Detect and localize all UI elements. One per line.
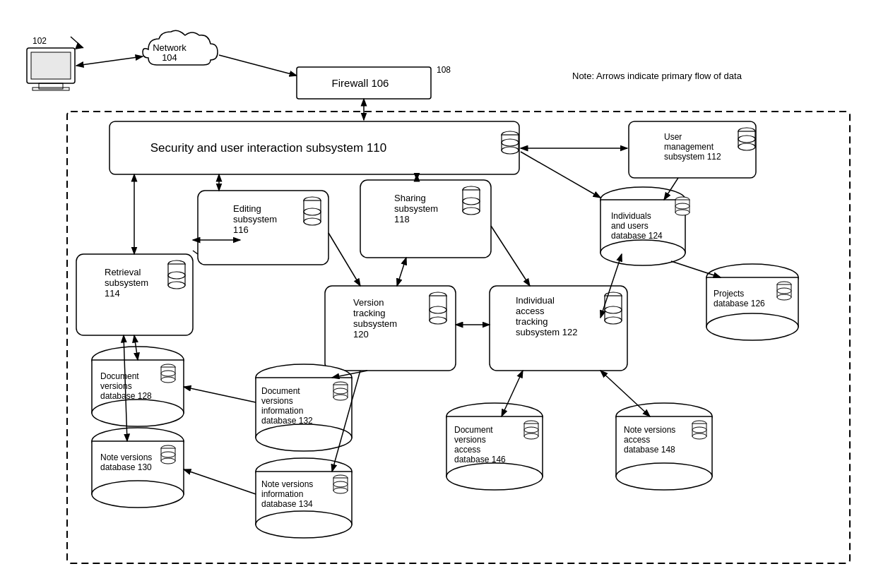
version-tracking-db-icon [430, 292, 446, 324]
svg-point-38 [605, 317, 622, 324]
diagram-container: Note: Arrows indicate primary flow of da… [0, 0, 876, 588]
svg-text:versions: versions [100, 381, 132, 391]
svg-line-127 [491, 226, 530, 286]
svg-rect-2 [39, 83, 63, 89]
label-108: 108 [437, 65, 451, 75]
version-tracking-label-4: 120 [353, 329, 369, 340]
doc-versions-access-db-146: Document versions access database 146 [446, 403, 543, 490]
editing-db-icon [304, 197, 321, 225]
editing-label-1: Editing [233, 203, 261, 214]
svg-text:Note versions: Note versions [261, 479, 313, 489]
svg-text:Document: Document [100, 371, 139, 381]
svg-text:access: access [624, 435, 650, 445]
security-subsystem-label: Security and user interaction subsystem … [150, 141, 387, 155]
svg-line-140 [193, 251, 198, 254]
individual-access-label-4: subsystem 122 [516, 327, 577, 337]
svg-text:and users: and users [611, 221, 649, 231]
svg-point-98 [333, 481, 348, 487]
svg-text:database 132: database 132 [261, 416, 313, 426]
sharing-label-1: Sharing [394, 193, 426, 203]
retrieval-label-1: Retrieval [105, 267, 141, 277]
svg-point-14 [502, 139, 519, 146]
svg-line-134 [184, 469, 256, 494]
svg-text:versions: versions [454, 435, 486, 445]
svg-point-27 [463, 198, 480, 205]
svg-text:Individuals: Individuals [611, 211, 651, 221]
doc-versions-info-db-132: Document versions information database 1… [256, 364, 352, 451]
svg-point-26 [463, 208, 480, 215]
svg-line-8 [76, 56, 143, 66]
computer-label: 102 [32, 36, 47, 46]
svg-point-87 [333, 395, 348, 400]
svg-point-22 [304, 218, 321, 225]
svg-marker-5 [75, 42, 83, 49]
svg-point-67 [161, 377, 175, 383]
svg-point-101 [446, 463, 543, 490]
svg-text:Document: Document [261, 386, 300, 396]
svg-point-13 [502, 147, 519, 154]
svg-text:information: information [261, 489, 303, 499]
individual-access-label-3: tracking [516, 316, 548, 327]
svg-point-80 [256, 424, 352, 451]
individuals-db: Individuals and users database 124 [600, 187, 689, 265]
svg-point-108 [524, 433, 538, 439]
svg-point-30 [168, 282, 185, 289]
svg-text:database 148: database 148 [624, 445, 675, 455]
sharing-db-icon [463, 186, 480, 215]
svg-point-118 [692, 433, 706, 439]
svg-point-48 [675, 210, 689, 215]
svg-point-18 [738, 136, 755, 143]
svg-text:access: access [454, 445, 480, 455]
svg-line-126 [397, 258, 406, 286]
svg-point-58 [777, 288, 791, 294]
svg-line-125 [328, 233, 360, 286]
note-label: Note: Arrows indicate primary flow of da… [572, 71, 742, 81]
svg-point-119 [692, 427, 706, 433]
svg-point-23 [304, 208, 321, 215]
editing-label-2: subsystem [233, 214, 277, 224]
sharing-label-3: 118 [394, 214, 410, 224]
svg-point-17 [738, 143, 755, 150]
note-versions-db-130: Note versions database 130 [92, 428, 184, 508]
svg-text:database 130: database 130 [100, 462, 152, 472]
user-mgmt-db-icon [738, 128, 755, 150]
svg-point-52 [706, 313, 798, 340]
sharing-label-2: subsystem [394, 203, 438, 214]
user-mgmt-label-3: subsystem 112 [664, 152, 721, 162]
svg-text:database 146: database 146 [454, 455, 506, 464]
svg-point-97 [333, 488, 348, 493]
svg-text:database  124: database 124 [611, 231, 663, 241]
retrieval-label-3: 114 [105, 288, 120, 299]
projects-db: Projects database 126 [706, 264, 798, 340]
svg-text:information: information [261, 406, 303, 416]
svg-point-35 [430, 306, 446, 313]
svg-line-124 [671, 261, 721, 277]
svg-point-68 [161, 371, 175, 376]
security-db-icon [502, 131, 519, 154]
svg-text:Network: Network [153, 42, 187, 53]
note-versions-info-db-134: Note versions information database 134 [256, 458, 352, 538]
individual-access-label-1: Individual [516, 295, 555, 306]
svg-line-123 [521, 152, 600, 198]
retrieval-label-2: subsystem [105, 277, 148, 288]
svg-point-88 [333, 388, 348, 394]
svg-text:Projects: Projects [714, 289, 744, 299]
version-tracking-label-3: subsystem [353, 318, 397, 329]
version-tracking-label-1: Version [353, 297, 384, 308]
user-mgmt-label-1: User [664, 132, 682, 142]
svg-text:104: 104 [162, 52, 177, 63]
svg-point-91 [256, 511, 352, 538]
svg-text:Note versions: Note versions [624, 425, 675, 435]
svg-point-49 [675, 203, 689, 209]
svg-text:database 134: database 134 [261, 499, 313, 509]
svg-point-39 [605, 306, 622, 313]
retrieval-db-icon [168, 260, 185, 289]
svg-point-112 [616, 463, 712, 490]
individual-access-label-2: access [516, 306, 545, 316]
svg-text:Document: Document [454, 425, 493, 435]
user-mgmt-label-2: management [664, 142, 714, 152]
svg-point-76 [161, 458, 175, 464]
svg-point-31 [168, 272, 185, 279]
firewall-label: Firewall 106 [332, 77, 389, 89]
editing-label-3: 116 [233, 224, 249, 235]
